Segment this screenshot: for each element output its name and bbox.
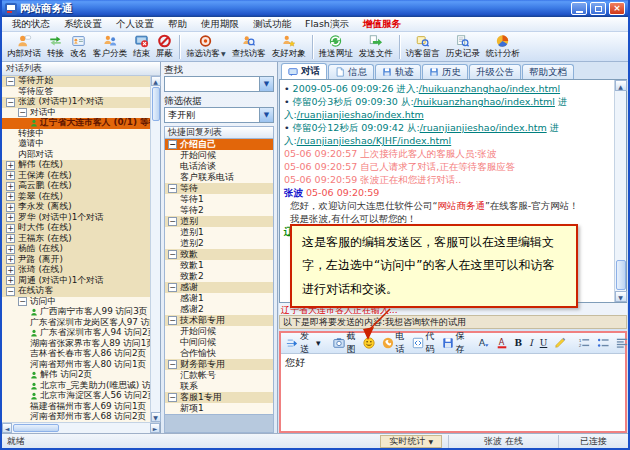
scroll-thumb[interactable] bbox=[13, 424, 59, 432]
stats-analysis-button[interactable]: 统计分析 bbox=[483, 33, 523, 61]
quick-reply-item[interactable]: 客户联系电话 bbox=[165, 172, 273, 183]
italic-button[interactable]: I bbox=[526, 335, 536, 352]
chat-segment-link[interactable]: /ruanjianjieshao/KJHF/index.html bbox=[297, 135, 452, 146]
menu-item[interactable]: 我的状态 bbox=[6, 17, 56, 32]
dialog-tree-item[interactable]: 辽宁省大连市客人 (0/1) 等待… bbox=[2, 118, 150, 129]
scroll-down-icon[interactable]: ▼ bbox=[615, 291, 627, 302]
scroll-thumb[interactable] bbox=[152, 87, 160, 121]
dialog-tree-item[interactable]: 邀请中 bbox=[2, 139, 150, 150]
dialog-tree-item[interactable]: 解伟 访问2页 bbox=[2, 370, 150, 381]
dialog-tree-item[interactable]: +高云鹏 (在线) bbox=[2, 181, 150, 192]
quick-reply-item[interactable]: 道别2 bbox=[165, 238, 273, 249]
collapse-icon[interactable]: − bbox=[168, 393, 177, 402]
dialog-tree-item[interactable]: +罗华 (对话中)1个对话 bbox=[2, 213, 150, 224]
collapse-icon[interactable]: − bbox=[168, 217, 177, 226]
quick-reply-item[interactable]: 致歉2 bbox=[165, 271, 273, 282]
transfer-button[interactable]: 转接 bbox=[44, 33, 67, 61]
quick-reply-item[interactable]: 道别1 bbox=[165, 227, 273, 238]
dialog-tree-item[interactable]: −访问中 bbox=[2, 297, 150, 308]
dialog-tree-item[interactable]: +时大伟 (在线) bbox=[2, 223, 150, 234]
restore-button[interactable] bbox=[590, 2, 606, 15]
close-button[interactable]: × bbox=[609, 2, 625, 15]
highlight-button[interactable] bbox=[551, 335, 569, 352]
expand-icon[interactable]: + bbox=[6, 234, 15, 243]
align-left-button[interactable] bbox=[613, 335, 630, 352]
expand-icon[interactable]: + bbox=[6, 255, 15, 264]
chat-segment-link[interactable]: /huikuanzhanghao/index.html bbox=[419, 83, 560, 94]
chat-segment-link[interactable]: /ruanjianjieshao/index.htm bbox=[297, 109, 424, 120]
customer-classify-button[interactable]: 客户分类 bbox=[90, 33, 130, 61]
font-button[interactable]: A bbox=[474, 335, 492, 352]
collapse-icon[interactable]: − bbox=[6, 287, 15, 296]
dialog-tree-item[interactable]: −等待开始 bbox=[2, 76, 150, 87]
chat-segment-link[interactable]: /huikuanzhanghao/index.html bbox=[414, 96, 555, 107]
quick-reply-item[interactable]: 等待2 bbox=[165, 205, 273, 216]
menu-item[interactable]: 测试功能 bbox=[247, 17, 297, 32]
dialog-tree-item[interactable]: +王福东 (在线) bbox=[2, 234, 150, 245]
quick-reply-item[interactable]: −技术部专用 bbox=[165, 315, 273, 326]
quick-reply-item[interactable]: 汇款帐号 bbox=[165, 370, 273, 381]
font-color-button[interactable]: A bbox=[493, 335, 511, 352]
collapse-icon[interactable]: − bbox=[168, 283, 177, 292]
dialog-tree-item[interactable]: +杨皓 (在线) bbox=[2, 244, 150, 255]
realtime-stats-button[interactable]: 实时统计 ▼ bbox=[380, 435, 442, 448]
quick-reply-item[interactable]: 开始问候 bbox=[165, 326, 273, 337]
menu-item[interactable]: 系统设置 bbox=[58, 17, 108, 32]
message-editor[interactable]: 您好 bbox=[281, 354, 625, 431]
send-file-button[interactable]: 发送文件 bbox=[356, 33, 396, 61]
dialog-tree-item[interactable]: 福建省福州市客人69 访问1页 bbox=[2, 402, 150, 413]
dialog-tree-item[interactable]: 内部对话 bbox=[2, 150, 150, 161]
collapse-icon[interactable]: − bbox=[6, 98, 15, 107]
dialog-tree-item[interactable]: 河南省郑州市客人80 访问1页 bbox=[2, 360, 150, 371]
dialog-tree-item[interactable]: +李永发 (离线) bbox=[2, 202, 150, 213]
collapse-icon[interactable]: − bbox=[168, 250, 177, 259]
send-button[interactable]: 发送 bbox=[283, 335, 312, 352]
phone-button[interactable]: 电话 bbox=[379, 335, 408, 352]
expand-icon[interactable]: + bbox=[6, 266, 15, 275]
collapse-icon[interactable]: − bbox=[18, 108, 27, 117]
scroll-thumb[interactable] bbox=[616, 260, 626, 290]
expand-icon[interactable]: + bbox=[6, 171, 15, 180]
quick-reply-item[interactable]: 新项1 bbox=[165, 403, 273, 414]
tab-info[interactable]: 信息 bbox=[328, 64, 374, 79]
scroll-left-icon[interactable]: ◄ bbox=[2, 423, 12, 433]
quick-reply-item[interactable]: 致歉1 bbox=[165, 260, 273, 271]
expand-icon[interactable]: + bbox=[6, 276, 15, 285]
quick-reply-item[interactable]: 合作愉快 bbox=[165, 348, 273, 359]
menu-item[interactable]: 增值服务 bbox=[357, 17, 407, 32]
scroll-down-icon[interactable]: ▼ bbox=[151, 412, 161, 422]
dialog-tree-item[interactable]: 北京市海淀区客人56 访问2页 bbox=[2, 391, 150, 402]
combo-arrow-icon[interactable]: ▼ bbox=[259, 77, 273, 91]
screenshot-button[interactable]: 截图 bbox=[330, 335, 359, 352]
dialog-tree-item[interactable]: +解伟 (在线) bbox=[2, 160, 150, 171]
quick-reply-item[interactable]: 联系 bbox=[165, 381, 273, 392]
collapse-icon[interactable]: − bbox=[18, 297, 27, 306]
quick-reply-item[interactable]: −致歉 bbox=[165, 249, 273, 260]
expand-icon[interactable]: + bbox=[6, 203, 15, 212]
chat-vscrollbar[interactable]: ▲ ▼ bbox=[614, 80, 626, 302]
dialog-tree-item[interactable]: +姜翠 (在线) bbox=[2, 192, 150, 203]
dialog-tree-item[interactable]: −对话中 bbox=[2, 108, 150, 119]
sidebar-vscrollbar[interactable]: ▲ ▼ bbox=[150, 76, 160, 422]
dialog-tree-item[interactable]: +尹路 (离开) bbox=[2, 255, 150, 266]
bold-button[interactable]: B bbox=[512, 335, 526, 352]
quick-reply-item[interactable]: −等待 bbox=[165, 183, 273, 194]
quick-reply-item[interactable]: 中间问候 bbox=[165, 337, 273, 348]
quick-reply-item[interactable]: 等待1 bbox=[165, 194, 273, 205]
dialog-tree-item[interactable]: 广西南宁市客人99 访问3页 bbox=[2, 307, 150, 318]
expand-icon[interactable]: + bbox=[6, 192, 15, 201]
internal-chat-button[interactable]: 内部对话 bbox=[4, 33, 44, 61]
expand-icon[interactable]: + bbox=[6, 213, 15, 222]
dialog-tree-item[interactable]: 吉林省长春市客人86 访问2页 bbox=[2, 349, 150, 360]
dialog-tree-item[interactable]: 转接中 bbox=[2, 129, 150, 140]
code-button[interactable]: 代码 bbox=[409, 335, 438, 352]
tab-help-docs[interactable]: 帮助文档 bbox=[522, 64, 574, 79]
unordered-list-button[interactable] bbox=[594, 335, 612, 352]
expand-icon[interactable]: + bbox=[6, 224, 15, 233]
collapse-icon[interactable]: − bbox=[168, 360, 177, 369]
sidebar-hscrollbar[interactable]: ◄ ► bbox=[2, 422, 160, 433]
dialog-tree-item[interactable]: 河南省郑州市客人68 访问2页 bbox=[2, 412, 150, 422]
quick-reply-item[interactable]: 感谢2 bbox=[165, 304, 273, 315]
quick-reply-item[interactable]: −财务部专用 bbox=[165, 359, 273, 370]
emoticon-button[interactable] bbox=[360, 335, 378, 352]
